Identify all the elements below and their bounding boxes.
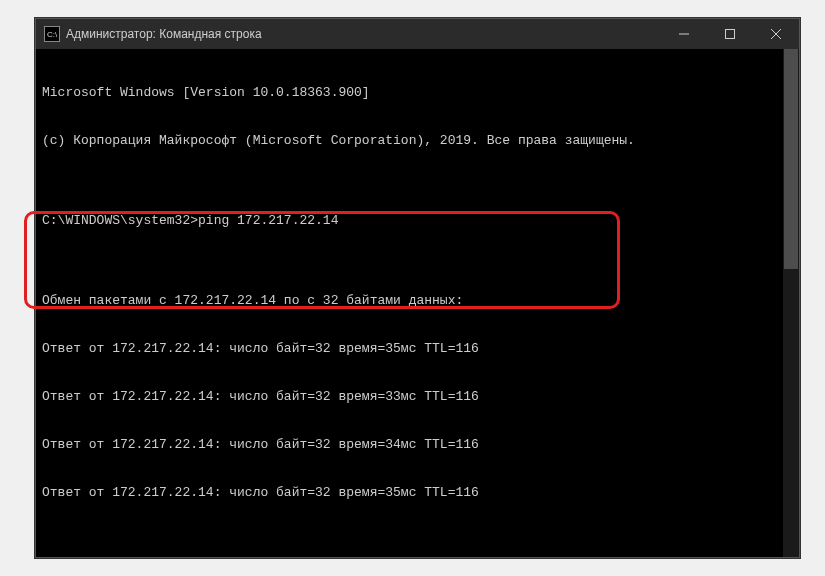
output-line: (c) Корпорация Майкрософт (Microsoft Cor… (42, 133, 793, 149)
output-line: Ответ от 172.217.22.14: число байт=32 вр… (42, 485, 793, 501)
terminal-output[interactable]: Microsoft Windows [Version 10.0.18363.90… (36, 49, 799, 557)
output-line: Обмен пакетами с 172.217.22.14 по с 32 б… (42, 293, 793, 309)
vertical-scrollbar[interactable] (783, 49, 799, 557)
output-line: Ответ от 172.217.22.14: число байт=32 вр… (42, 389, 793, 405)
output-line: C:\WINDOWS\system32>ping 172.217.22.14 (42, 213, 793, 229)
minimize-button[interactable] (661, 19, 707, 49)
maximize-button[interactable] (707, 19, 753, 49)
window-title: Администратор: Командная строка (66, 27, 661, 41)
app-icon: C:\ (44, 26, 60, 42)
close-button[interactable] (753, 19, 799, 49)
scrollbar-thumb[interactable] (784, 49, 798, 269)
output-line: Ответ от 172.217.22.14: число байт=32 вр… (42, 341, 793, 357)
output-line: Ответ от 172.217.22.14: число байт=32 вр… (42, 437, 793, 453)
svg-rect-1 (726, 30, 735, 39)
output-line: Microsoft Windows [Version 10.0.18363.90… (42, 85, 793, 101)
titlebar[interactable]: C:\ Администратор: Командная строка (36, 19, 799, 49)
command-prompt-window: C:\ Администратор: Командная строка Micr… (35, 18, 800, 558)
window-controls (661, 19, 799, 49)
